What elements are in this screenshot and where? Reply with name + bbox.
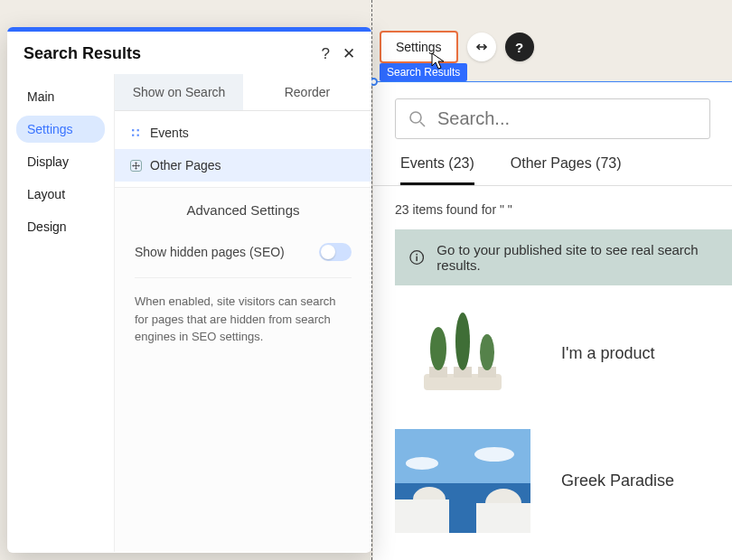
result-title: I'm a product [561,344,654,363]
element-context-toolbar: Settings ? [380,31,534,63]
drag-handle-icon [131,128,141,138]
santorini-image [395,429,530,533]
svg-point-22 [474,447,514,462]
nav-design[interactable]: Design [16,213,105,240]
preview-tab-other-pages[interactable]: Other Pages (73) [511,155,622,185]
search-input[interactable] [437,108,697,129]
cactus-image [395,302,530,406]
help-icon[interactable]: ? [322,45,330,63]
svg-point-4 [410,112,421,123]
svg-line-5 [420,122,425,126]
search-icon [408,110,427,128]
reorder-item-other-pages[interactable]: Other Pages [115,149,371,182]
panel-header: Search Results ? ✕ [7,32,371,74]
svg-rect-8 [416,257,417,261]
element-tag: Search Results [380,63,467,81]
search-result-item[interactable]: I'm a product [395,302,710,406]
reorder-item-label: Events [150,126,189,140]
svg-point-7 [416,254,418,256]
hidden-pages-toggle[interactable] [319,243,352,261]
nav-layout[interactable]: Layout [16,181,105,208]
reorder-item-events[interactable]: Events [115,117,371,149]
info-banner-text: Go to your published site to see real se… [436,242,718,273]
info-banner: Go to your published site to see real se… [395,229,732,285]
svg-rect-3 [137,134,139,135]
stretch-icon [474,41,489,53]
result-thumbnail [395,429,530,533]
stretch-button[interactable] [467,33,496,61]
svg-point-15 [455,313,470,370]
reorder-item-label: Other Pages [150,158,221,173]
close-icon[interactable]: ✕ [343,44,355,63]
hidden-pages-help-text: When enabled, site visitors can search f… [115,284,371,355]
panel-title: Search Results [23,44,141,63]
hidden-pages-label: Show hidden pages (SEO) [135,245,285,259]
settings-panel: Search Results ? ✕ Main Settings Display… [7,27,371,553]
panel-content: Show on Search Reorder Events Other Page… [114,74,371,552]
results-count-text: 23 items found for " " [373,186,732,229]
panel-side-nav: Main Settings Display Layout Design [7,74,114,552]
advanced-settings-header: Advanced Settings [115,187,371,232]
nav-settings[interactable]: Settings [16,116,105,143]
svg-rect-1 [137,129,139,131]
svg-rect-20 [476,503,530,533]
result-title: Greek Paradise [561,471,674,490]
preview-tab-events[interactable]: Events (23) [400,155,474,185]
divider [135,277,352,278]
svg-rect-0 [132,129,134,131]
search-results-preview: Events (23) Other Pages (73) 23 items fo… [373,82,732,560]
search-result-item[interactable]: Greek Paradise [395,429,710,533]
tab-show-on-search[interactable]: Show on Search [115,74,243,111]
settings-button[interactable]: Settings [380,31,458,63]
tab-reorder[interactable]: Reorder [243,74,371,111]
nav-main[interactable]: Main [16,83,105,110]
svg-point-16 [480,334,494,370]
svg-rect-19 [395,499,449,533]
cursor-icon [431,52,446,70]
nav-display[interactable]: Display [16,148,105,175]
result-thumbnail [395,302,530,406]
svg-point-21 [406,457,438,470]
svg-point-14 [430,327,446,370]
question-icon: ? [515,40,523,55]
search-bar[interactable] [395,98,710,139]
help-button[interactable]: ? [505,33,534,61]
svg-rect-2 [132,134,134,135]
move-icon [131,161,141,171]
info-icon [409,249,424,266]
